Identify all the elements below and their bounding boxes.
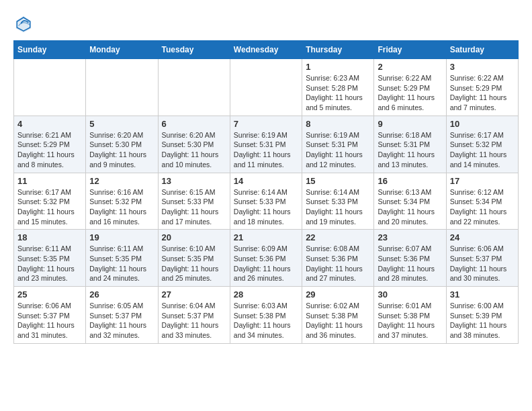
day-number: 30: [378, 289, 442, 300]
weekday-header-tuesday: Tuesday: [158, 41, 230, 59]
day-info: Sunrise: 6:08 AM Sunset: 5:36 PM Dayligh…: [306, 244, 370, 283]
day-number: 15: [306, 176, 370, 186]
calendar-day-cell: 13Sunrise: 6:15 AM Sunset: 5:33 PM Dayli…: [158, 173, 230, 230]
day-number: 5: [89, 119, 154, 129]
day-info: Sunrise: 6:00 AM Sunset: 5:39 PM Dayligh…: [450, 301, 515, 340]
day-number: 29: [306, 289, 370, 300]
calendar-day-cell: 29Sunrise: 6:02 AM Sunset: 5:38 PM Dayli…: [302, 287, 374, 344]
day-number: 31: [450, 289, 515, 300]
day-info: Sunrise: 6:16 AM Sunset: 5:32 PM Dayligh…: [89, 187, 154, 227]
day-info: Sunrise: 6:17 AM Sunset: 5:32 PM Dayligh…: [450, 130, 515, 170]
calendar-week-row: 18Sunrise: 6:11 AM Sunset: 5:35 PM Dayli…: [14, 230, 519, 287]
weekday-header-monday: Monday: [86, 41, 158, 59]
calendar-day-cell: [14, 59, 86, 116]
day-info: Sunrise: 6:13 AM Sunset: 5:34 PM Dayligh…: [378, 187, 442, 227]
day-number: 20: [162, 232, 226, 242]
calendar-day-cell: 27Sunrise: 6:04 AM Sunset: 5:37 PM Dayli…: [158, 287, 230, 344]
day-info: Sunrise: 6:14 AM Sunset: 5:33 PM Dayligh…: [306, 187, 370, 227]
day-info: Sunrise: 6:02 AM Sunset: 5:38 PM Dayligh…: [306, 301, 370, 340]
day-number: 9: [378, 119, 442, 129]
calendar-day-cell: 1Sunrise: 6:23 AM Sunset: 5:28 PM Daylig…: [302, 59, 374, 116]
day-info: Sunrise: 6:22 AM Sunset: 5:29 PM Dayligh…: [378, 73, 442, 113]
calendar-day-cell: 30Sunrise: 6:01 AM Sunset: 5:38 PM Dayli…: [374, 287, 446, 344]
day-number: 11: [17, 176, 82, 186]
day-number: 21: [234, 232, 298, 242]
calendar-day-cell: 8Sunrise: 6:19 AM Sunset: 5:31 PM Daylig…: [302, 116, 374, 173]
day-number: 14: [234, 176, 298, 186]
day-number: 25: [17, 289, 82, 300]
day-info: Sunrise: 6:01 AM Sunset: 5:38 PM Dayligh…: [378, 301, 442, 340]
day-info: Sunrise: 6:18 AM Sunset: 5:31 PM Dayligh…: [378, 130, 442, 170]
weekday-header-row: SundayMondayTuesdayWednesdayThursdayFrid…: [14, 41, 519, 59]
day-info: Sunrise: 6:20 AM Sunset: 5:30 PM Dayligh…: [89, 130, 154, 170]
calendar-day-cell: 24Sunrise: 6:06 AM Sunset: 5:37 PM Dayli…: [446, 230, 518, 287]
calendar-day-cell: 23Sunrise: 6:07 AM Sunset: 5:36 PM Dayli…: [374, 230, 446, 287]
day-info: Sunrise: 6:21 AM Sunset: 5:29 PM Dayligh…: [17, 130, 82, 170]
day-info: Sunrise: 6:09 AM Sunset: 5:36 PM Dayligh…: [234, 244, 298, 283]
day-number: 2: [378, 62, 442, 72]
calendar-day-cell: 11Sunrise: 6:17 AM Sunset: 5:32 PM Dayli…: [14, 173, 86, 230]
day-info: Sunrise: 6:05 AM Sunset: 5:37 PM Dayligh…: [89, 301, 154, 340]
calendar-day-cell: [230, 59, 302, 116]
calendar-day-cell: [86, 59, 158, 116]
weekday-header-friday: Friday: [374, 41, 446, 59]
day-number: 1: [306, 62, 370, 72]
day-info: Sunrise: 6:19 AM Sunset: 5:31 PM Dayligh…: [306, 130, 370, 170]
day-info: Sunrise: 6:20 AM Sunset: 5:30 PM Dayligh…: [162, 130, 226, 170]
calendar-week-row: 25Sunrise: 6:06 AM Sunset: 5:37 PM Dayli…: [14, 287, 519, 344]
day-number: 8: [306, 119, 370, 129]
calendar-day-cell: 25Sunrise: 6:06 AM Sunset: 5:37 PM Dayli…: [14, 287, 86, 344]
day-number: 24: [450, 232, 515, 242]
day-number: 27: [162, 289, 226, 300]
calendar-day-cell: 20Sunrise: 6:10 AM Sunset: 5:35 PM Dayli…: [158, 230, 230, 287]
day-info: Sunrise: 6:03 AM Sunset: 5:38 PM Dayligh…: [234, 301, 298, 340]
calendar-week-row: 1Sunrise: 6:23 AM Sunset: 5:28 PM Daylig…: [14, 59, 519, 116]
day-info: Sunrise: 6:23 AM Sunset: 5:28 PM Dayligh…: [306, 73, 370, 113]
day-number: 16: [378, 176, 442, 186]
day-number: 7: [234, 119, 298, 129]
day-number: 12: [89, 176, 154, 186]
day-number: 23: [378, 232, 442, 242]
calendar-day-cell: 12Sunrise: 6:16 AM Sunset: 5:32 PM Dayli…: [86, 173, 158, 230]
calendar-day-cell: 4Sunrise: 6:21 AM Sunset: 5:29 PM Daylig…: [14, 116, 86, 173]
day-number: 26: [89, 289, 154, 300]
day-number: 3: [450, 62, 515, 72]
calendar-day-cell: 10Sunrise: 6:17 AM Sunset: 5:32 PM Dayli…: [446, 116, 518, 173]
day-info: Sunrise: 6:15 AM Sunset: 5:33 PM Dayligh…: [162, 187, 226, 227]
calendar-day-cell: 31Sunrise: 6:00 AM Sunset: 5:39 PM Dayli…: [446, 287, 518, 344]
calendar-day-cell: 3Sunrise: 6:22 AM Sunset: 5:29 PM Daylig…: [446, 59, 518, 116]
calendar-day-cell: 16Sunrise: 6:13 AM Sunset: 5:34 PM Dayli…: [374, 173, 446, 230]
calendar-day-cell: 6Sunrise: 6:20 AM Sunset: 5:30 PM Daylig…: [158, 116, 230, 173]
day-number: 18: [17, 232, 82, 242]
calendar-day-cell: 15Sunrise: 6:14 AM Sunset: 5:33 PM Dayli…: [302, 173, 374, 230]
day-info: Sunrise: 6:04 AM Sunset: 5:37 PM Dayligh…: [162, 301, 226, 340]
day-info: Sunrise: 6:22 AM Sunset: 5:29 PM Dayligh…: [450, 73, 515, 113]
day-info: Sunrise: 6:12 AM Sunset: 5:34 PM Dayligh…: [450, 187, 515, 227]
calendar-day-cell: 9Sunrise: 6:18 AM Sunset: 5:31 PM Daylig…: [374, 116, 446, 173]
page-header: [13, 13, 519, 34]
day-number: 17: [450, 176, 515, 186]
logo-icon: [13, 13, 34, 34]
calendar-day-cell: 14Sunrise: 6:14 AM Sunset: 5:33 PM Dayli…: [230, 173, 302, 230]
calendar-day-cell: 5Sunrise: 6:20 AM Sunset: 5:30 PM Daylig…: [86, 116, 158, 173]
calendar-table: SundayMondayTuesdayWednesdayThursdayFrid…: [13, 40, 519, 344]
day-info: Sunrise: 6:11 AM Sunset: 5:35 PM Dayligh…: [17, 244, 82, 283]
calendar-day-cell: 7Sunrise: 6:19 AM Sunset: 5:31 PM Daylig…: [230, 116, 302, 173]
day-number: 19: [89, 232, 154, 242]
day-number: 6: [162, 119, 226, 129]
calendar-day-cell: 26Sunrise: 6:05 AM Sunset: 5:37 PM Dayli…: [86, 287, 158, 344]
logo: [13, 13, 36, 34]
day-info: Sunrise: 6:11 AM Sunset: 5:35 PM Dayligh…: [89, 244, 154, 283]
calendar-day-cell: 21Sunrise: 6:09 AM Sunset: 5:36 PM Dayli…: [230, 230, 302, 287]
calendar-week-row: 11Sunrise: 6:17 AM Sunset: 5:32 PM Dayli…: [14, 173, 519, 230]
day-info: Sunrise: 6:10 AM Sunset: 5:35 PM Dayligh…: [162, 244, 226, 283]
weekday-header-thursday: Thursday: [302, 41, 374, 59]
weekday-header-wednesday: Wednesday: [230, 41, 302, 59]
day-info: Sunrise: 6:07 AM Sunset: 5:36 PM Dayligh…: [378, 244, 442, 283]
calendar-week-row: 4Sunrise: 6:21 AM Sunset: 5:29 PM Daylig…: [14, 116, 519, 173]
weekday-header-sunday: Sunday: [14, 41, 86, 59]
day-info: Sunrise: 6:06 AM Sunset: 5:37 PM Dayligh…: [450, 244, 515, 283]
day-info: Sunrise: 6:14 AM Sunset: 5:33 PM Dayligh…: [234, 187, 298, 227]
calendar-day-cell: 28Sunrise: 6:03 AM Sunset: 5:38 PM Dayli…: [230, 287, 302, 344]
calendar-day-cell: 19Sunrise: 6:11 AM Sunset: 5:35 PM Dayli…: [86, 230, 158, 287]
